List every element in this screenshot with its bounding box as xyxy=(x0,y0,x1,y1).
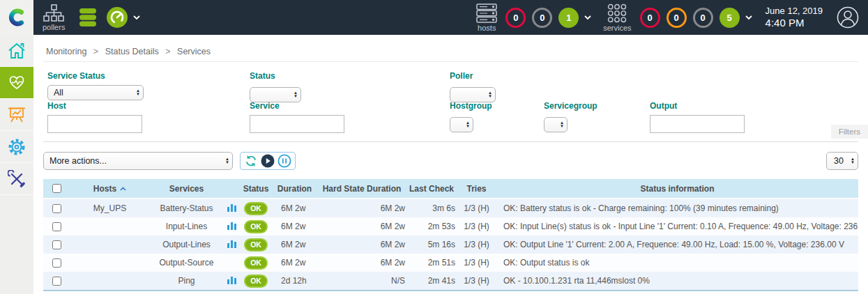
duration-cell: 2d 12h xyxy=(272,272,317,291)
row-checkbox[interactable] xyxy=(52,277,61,286)
header-tries[interactable]: Tries xyxy=(457,179,496,199)
sidebar-item-home[interactable] xyxy=(0,35,33,67)
page-size-value: 30 xyxy=(834,156,844,166)
service-cell[interactable]: Output-Lines xyxy=(150,235,223,254)
servicegroup-label: Servicegroup xyxy=(544,101,597,111)
header-status[interactable]: Status xyxy=(240,179,272,199)
breadcrumb-status-details[interactable]: Status Details xyxy=(105,47,159,56)
play-button[interactable] xyxy=(261,154,275,168)
select-all-checkbox[interactable] xyxy=(52,184,61,193)
hosts-summary-button[interactable]: hosts xyxy=(476,3,497,32)
select-arrows-icon xyxy=(294,91,298,98)
graph-icon[interactable] xyxy=(227,276,236,286)
current-time: 4:40 PM xyxy=(766,17,823,30)
host-cell[interactable] xyxy=(70,254,150,272)
services-ok-badge[interactable]: 5 xyxy=(719,8,740,28)
host-input[interactable] xyxy=(47,115,142,133)
breadcrumb-services[interactable]: Services xyxy=(177,47,211,56)
poller-latency-status[interactable] xyxy=(107,7,128,28)
status-label: Status xyxy=(250,71,301,81)
service-cell[interactable]: Ping xyxy=(150,272,223,291)
header-duration[interactable]: Duration xyxy=(272,179,317,199)
select-arrows-icon xyxy=(225,157,229,164)
hard-state-duration-cell: 6M 2w xyxy=(317,217,406,235)
sidebar-item-monitoring[interactable] xyxy=(0,67,33,99)
centreon-logo[interactable] xyxy=(0,0,33,35)
services-critical-badge[interactable]: 0 xyxy=(640,8,660,28)
row-checkbox[interactable] xyxy=(52,258,61,268)
table-header-row: Hosts Services Status Duration Hard Stat… xyxy=(43,179,858,199)
breadcrumb-separator: > xyxy=(165,47,170,56)
breadcrumb-monitoring[interactable]: Monitoring xyxy=(46,47,86,56)
select-arrows-icon xyxy=(851,157,855,164)
row-checkbox[interactable] xyxy=(52,204,61,213)
graph-icon[interactable] xyxy=(227,222,236,232)
service-cell[interactable]: Battery-Status xyxy=(150,199,223,217)
gauge-icon xyxy=(107,7,128,28)
services-chevron-down-icon[interactable] xyxy=(745,15,753,20)
duration-cell: 6M 2w xyxy=(272,217,317,235)
tries-cell: 1/3 (H) xyxy=(457,199,496,217)
graph-icon[interactable] xyxy=(227,240,236,250)
hostgroup-select[interactable] xyxy=(450,117,473,132)
header-last-check[interactable]: Last Check xyxy=(406,179,457,199)
hostgroup-label: Hostgroup xyxy=(450,101,492,111)
status-select[interactable] xyxy=(250,87,301,102)
hosts-chevron-down-icon[interactable] xyxy=(584,15,592,20)
hard-state-duration-cell: 6M 2w xyxy=(317,199,406,217)
service-input[interactable] xyxy=(250,115,344,133)
services-warning-badge[interactable]: 0 xyxy=(667,8,687,28)
sidebar-item-administration[interactable] xyxy=(0,163,33,195)
host-cell[interactable] xyxy=(70,272,150,291)
header-services[interactable]: Services xyxy=(150,179,223,199)
breadcrumb: Monitoring > Status Details > Services xyxy=(43,35,858,62)
more-actions-select[interactable]: More actions... xyxy=(43,152,233,170)
poller-db-status[interactable] xyxy=(77,7,98,28)
services-summary-button[interactable]: services xyxy=(603,3,631,32)
host-cell[interactable] xyxy=(70,235,150,254)
status-information-cell: OK: Input Line(s) status is ok - Input L… xyxy=(496,217,858,235)
service-status-select[interactable]: All xyxy=(47,85,144,100)
graph-icon[interactable] xyxy=(227,203,236,214)
row-checkbox[interactable] xyxy=(52,222,61,231)
service-cell[interactable]: Output-Source xyxy=(150,254,223,272)
user-menu-button[interactable] xyxy=(837,6,859,29)
pollers-button[interactable]: pollers xyxy=(43,4,65,31)
pollers-label: pollers xyxy=(43,24,65,31)
pollers-chevron-down-icon[interactable] xyxy=(132,15,141,20)
duration-cell: 6M 2w xyxy=(272,254,317,272)
poller-select[interactable] xyxy=(450,87,496,102)
header-status-information[interactable]: Status information xyxy=(496,179,858,199)
servicegroup-select[interactable] xyxy=(544,117,568,132)
services-pending-badge[interactable]: 0 xyxy=(693,8,713,28)
header-hosts[interactable]: Hosts xyxy=(70,179,150,199)
header-hard-state-duration[interactable]: Hard State Duration xyxy=(317,179,406,199)
filters-toggle-button[interactable]: Filters xyxy=(831,125,868,139)
output-input[interactable] xyxy=(650,115,745,133)
duration-cell: 6M 2w xyxy=(272,199,317,217)
current-date: June 12, 2019 xyxy=(766,6,823,17)
sort-asc-icon xyxy=(120,187,126,191)
status-badge: OK xyxy=(244,256,268,270)
hosts-pending-badge[interactable]: 0 xyxy=(532,8,552,28)
sidebar-item-reporting[interactable] xyxy=(0,99,33,131)
service-cell[interactable]: Input-Lines xyxy=(150,217,223,235)
hard-state-duration-cell: 6M 2w xyxy=(317,254,406,272)
select-arrows-icon xyxy=(136,89,140,96)
tries-cell: 1/3 (H) xyxy=(457,217,496,235)
sidebar-item-configuration[interactable] xyxy=(0,131,33,163)
service-label: Service xyxy=(250,101,344,111)
last-check-cell: 2m 53s xyxy=(406,217,457,235)
more-actions-value: More actions... xyxy=(50,156,107,166)
hosts-up-badge[interactable]: 1 xyxy=(558,8,579,28)
page-size-select[interactable]: 30 xyxy=(826,152,858,170)
hosts-down-badge[interactable]: 0 xyxy=(505,8,526,28)
pause-button[interactable] xyxy=(277,154,291,168)
services-label: services xyxy=(603,24,631,32)
output-label: Output xyxy=(650,101,745,111)
heartbeat-icon xyxy=(8,74,26,92)
host-cell[interactable]: My_UPS xyxy=(70,199,150,217)
row-checkbox[interactable] xyxy=(52,240,61,249)
host-cell[interactable] xyxy=(70,217,150,235)
refresh-button[interactable] xyxy=(244,154,258,168)
